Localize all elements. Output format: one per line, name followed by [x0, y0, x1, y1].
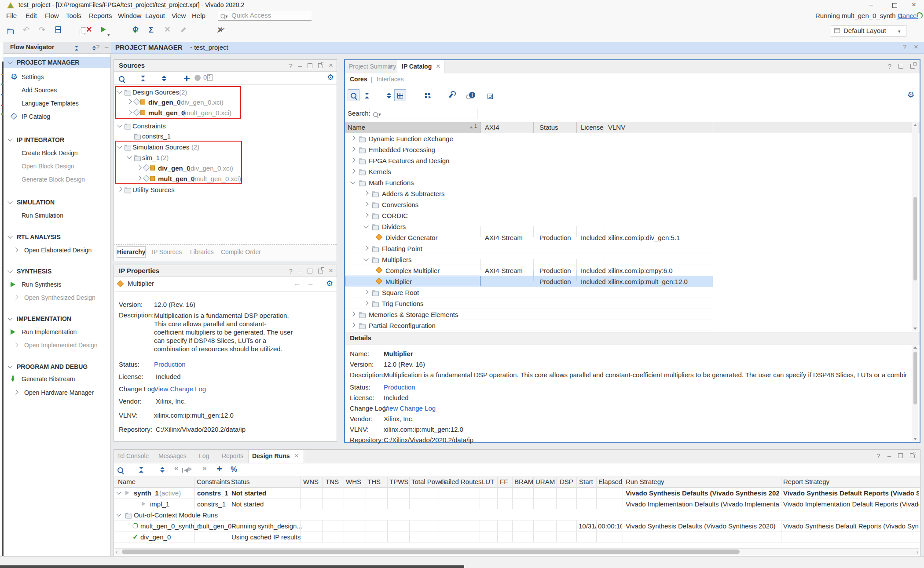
chevron-right-icon[interactable]: [136, 175, 141, 180]
expand-all-icon[interactable]: [386, 93, 392, 98]
chevron-right-icon[interactable]: [117, 186, 122, 191]
col-lut[interactable]: LUT: [482, 478, 494, 485]
scroll-right-icon[interactable]: ›: [917, 549, 918, 555]
col-status[interactable]: Status: [231, 478, 250, 485]
close-icon[interactable]: [329, 266, 333, 275]
chevron-down-icon[interactable]: [7, 59, 12, 64]
help-icon[interactable]: [876, 452, 880, 459]
tree-item-constraints[interactable]: Constraints: [114, 120, 337, 131]
menu-window[interactable]: Window: [118, 12, 141, 19]
scroll-left-icon[interactable]: ‹: [116, 549, 117, 555]
create-run-icon[interactable]: [216, 464, 222, 474]
close-icon[interactable]: [389, 62, 393, 71]
col-uram[interactable]: URAM: [535, 478, 555, 485]
copy-button[interactable]: [80, 29, 85, 35]
menu-flow[interactable]: Flow: [45, 12, 59, 19]
col-whs[interactable]: WHS: [346, 478, 361, 485]
col-wns[interactable]: WNS: [303, 478, 319, 485]
settings-gear-icon[interactable]: [326, 280, 333, 288]
column-name[interactable]: Name1: [345, 122, 480, 133]
quick-access-input[interactable]: Quick Access: [218, 11, 312, 21]
menu-edit[interactable]: Edit: [26, 12, 37, 19]
menu-tools[interactable]: Tools: [66, 12, 81, 19]
settings-gear-icon[interactable]: [327, 73, 334, 81]
chevron-down-icon[interactable]: [117, 88, 122, 93]
chevron-right-icon[interactable]: [136, 165, 141, 170]
col-elapsed[interactable]: Elapsed: [598, 478, 622, 485]
horizontal-scrollbar[interactable]: ‹ ›: [115, 548, 919, 555]
maximize-button[interactable]: [892, 3, 897, 8]
sidebar-item-add-sources[interactable]: Add Sources: [4, 85, 110, 95]
sidebar-item-ip-catalog[interactable]: IP Catalog: [4, 111, 110, 122]
chevron-down-icon[interactable]: [127, 154, 132, 159]
collapse-all-icon[interactable]: [139, 467, 144, 473]
tab-reports[interactable]: Reports: [222, 452, 243, 459]
subtab-cores[interactable]: Cores: [350, 76, 367, 83]
report-summary-button[interactable]: [149, 25, 154, 35]
collapse-all-icon[interactable]: [364, 93, 370, 98]
tab-compile-order[interactable]: Compile Order: [221, 248, 261, 255]
redo-button[interactable]: [39, 25, 45, 35]
save-button[interactable]: [55, 26, 61, 33]
add-repository-icon[interactable]: [425, 93, 431, 99]
delete-button[interactable]: [86, 25, 92, 34]
catalog-row-complex-multiplier[interactable]: Complex Multiplier AXI4-Stream Productio…: [345, 265, 713, 276]
help-icon[interactable]: [888, 62, 891, 70]
search-icon[interactable]: [119, 76, 125, 82]
run-button[interactable]: [101, 27, 106, 32]
close-icon[interactable]: [436, 62, 440, 71]
col-start[interactable]: Start: [579, 478, 593, 485]
scrollbar-thumb[interactable]: [913, 352, 917, 404]
tree-item-sim-1[interactable]: sim_1 (2): [114, 152, 337, 162]
sidebar-section-program-and-debug[interactable]: PROGRAM AND DEBUG: [4, 361, 110, 372]
chevron-right-icon[interactable]: [127, 109, 132, 114]
scroll-up-icon[interactable]: [913, 346, 917, 349]
float-icon[interactable]: [318, 63, 323, 68]
menu-layout[interactable]: Layout: [145, 12, 165, 19]
col-tpws[interactable]: TPWS: [389, 478, 408, 485]
scroll-down-icon[interactable]: [913, 438, 917, 440]
scrollbar-thumb[interactable]: [122, 550, 740, 554]
sidebar-section-implementation[interactable]: IMPLEMENTATION: [4, 313, 110, 324]
sources-panel-header[interactable]: Sources: [114, 60, 337, 72]
run-row-synth-1[interactable]: synth_1 (active) constrs_1 Not started V…: [114, 487, 920, 499]
col-name[interactable]: Name: [118, 478, 136, 485]
play-icon[interactable]: [188, 467, 192, 471]
chip-icon[interactable]: [488, 94, 493, 99]
sidebar-item-open-elaborated-design[interactable]: Open Elaborated Design: [4, 245, 110, 255]
maximize-icon[interactable]: [898, 453, 903, 458]
cancel-run-button[interactable]: [218, 26, 223, 34]
minimize-icon[interactable]: [298, 267, 302, 275]
catalog-row-embedded-processing[interactable]: Embedded Processing: [345, 144, 713, 155]
tab-tcl-console[interactable]: Tcl Console: [117, 452, 149, 459]
details-header[interactable]: Details: [345, 332, 920, 345]
sidebar-section-ip-integrator[interactable]: IP INTEGRATOR: [4, 135, 110, 145]
search-toggle[interactable]: [348, 89, 359, 101]
undo-button[interactable]: [23, 25, 29, 35]
column-license[interactable]: License: [581, 124, 604, 131]
menu-file[interactable]: File: [6, 12, 17, 19]
tab-ip-sources[interactable]: IP Sources: [152, 248, 182, 255]
tab-ip-catalog[interactable]: IP Catalog: [397, 60, 444, 73]
expand-all-icon[interactable]: [161, 76, 167, 81]
subtab-interfaces[interactable]: Interfaces: [377, 76, 403, 83]
catalog-row-partial-reconfiguration[interactable]: Partial Reconfiguration: [345, 320, 713, 331]
settings-gear-button[interactable]: [132, 25, 139, 33]
sidebar-section-project-manager[interactable]: PROJECT MANAGER: [4, 57, 110, 68]
run-row-impl-1[interactable]: impl_1 constrs_1 Not started Vivado Impl…: [114, 498, 920, 510]
col-dsp[interactable]: DSP: [560, 478, 573, 485]
maximize-icon[interactable]: [308, 269, 312, 273]
sidebar-item-language-templates[interactable]: Language Templates: [4, 98, 110, 109]
sidebar-section-simulation[interactable]: SIMULATION: [4, 197, 110, 208]
maximize-icon[interactable]: [308, 63, 312, 68]
maximize-icon[interactable]: [898, 64, 903, 69]
tree-item-sim-div-gen-0[interactable]: div_gen_0 (div_gen_0.xci): [114, 163, 337, 173]
help-icon[interactable]: [289, 62, 292, 69]
col-ff[interactable]: FF: [500, 478, 508, 485]
add-sources-icon[interactable]: [184, 76, 190, 81]
chevron-down-icon[interactable]: [117, 143, 122, 148]
catalog-row-memories-storage[interactable]: Memories & Storage Elements: [345, 309, 713, 320]
chevron-down-icon[interactable]: [116, 489, 121, 494]
minimize-button[interactable]: –: [869, 1, 873, 9]
col-tns[interactable]: TNS: [326, 478, 339, 485]
